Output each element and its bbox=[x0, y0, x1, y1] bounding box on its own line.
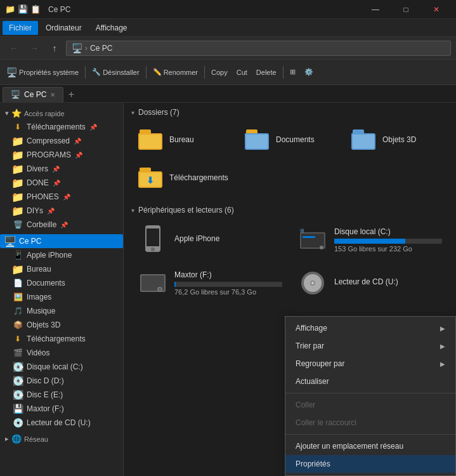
cd-info: Lecteur de CD (U:) bbox=[334, 277, 442, 289]
cd-icon: 💿 bbox=[13, 418, 23, 428]
up-button[interactable]: ↑ bbox=[46, 39, 63, 57]
tab-ce-pc[interactable]: 🖥️ Ce PC ✕ bbox=[3, 87, 63, 102]
toolbar-delete-btn[interactable]: Delete bbox=[252, 62, 280, 83]
sidebar-item-programs[interactable]: 📁 PROGRAMS 📌 bbox=[0, 148, 123, 162]
peripheriques-label: Périphériques et lecteurs (6) bbox=[138, 206, 234, 215]
sidebar-item-telechargements[interactable]: ⬇ Téléchargements 📌 bbox=[0, 120, 123, 134]
toolbar-viewmore-btn[interactable]: ⚙️ bbox=[301, 62, 317, 83]
reseau-header[interactable]: ▸ 🌐 Réseau bbox=[0, 432, 123, 446]
folder-icon-3: 📁 bbox=[13, 164, 23, 174]
dossiers-chevron-icon: ▾ bbox=[131, 109, 134, 116]
toolbar-rename-btn[interactable]: ✏️ Renommer bbox=[149, 62, 202, 83]
folder-telechargements-icon-grid: ⬇ bbox=[138, 165, 163, 190]
sidebar-item-telechargements2[interactable]: ⬇ Téléchargements bbox=[0, 332, 123, 346]
device-iphone[interactable]: Apple iPhone bbox=[131, 220, 289, 260]
sidebar-item-disc-e[interactable]: 💽 Disc E (E:) bbox=[0, 388, 123, 402]
window-controls[interactable]: — □ ✕ bbox=[361, 0, 451, 19]
drive-d-icon: 💽 bbox=[13, 376, 23, 386]
folder-documents-icon-grid bbox=[244, 127, 270, 152]
sidebar-item-musique[interactable]: 🎵 Musique bbox=[0, 304, 123, 318]
svg-point-5 bbox=[320, 246, 323, 249]
maxtor-bar-container bbox=[174, 282, 282, 287]
toolbar: 🖥️ Propriétés système 🔧 Désinstaller ✏️ … bbox=[0, 60, 456, 85]
ctx-trier-par[interactable]: Trier par ▶ bbox=[285, 337, 455, 355]
sidebar-item-done[interactable]: 📁 DONE 📌 bbox=[0, 176, 123, 190]
sidebar-item-ce-pc[interactable]: 🖥️ Ce PC bbox=[0, 234, 123, 248]
sidebar-item-divers[interactable]: 📁 Divers 📌 bbox=[0, 162, 123, 176]
tab-label: Ce PC bbox=[24, 90, 46, 99]
sidebar-item-diys[interactable]: 📁 DIYs 📌 bbox=[0, 204, 123, 218]
disque-local-space: 153 Go libres sur 232 Go bbox=[334, 245, 442, 253]
breadcrumb-separator: › bbox=[85, 44, 88, 53]
forward-button[interactable]: → bbox=[25, 39, 43, 57]
ctx-proprietes[interactable]: Propriétés bbox=[285, 455, 455, 473]
sidebar-item-maxtor[interactable]: 💾 Maxtor (F:) bbox=[0, 402, 123, 416]
sidebar-item-documents[interactable]: 📄 Documents bbox=[0, 276, 123, 290]
device-maxtor[interactable]: Maxtor (F:) 76,2 Go libres sur 76,3 Go bbox=[131, 263, 289, 303]
menu-fichier[interactable]: Fichier bbox=[3, 21, 38, 35]
folder-telechargements-item[interactable]: ⬇ Téléchargements bbox=[131, 160, 235, 195]
disque-local-bar bbox=[334, 239, 405, 244]
ctx-sep-1 bbox=[285, 393, 455, 393]
sidebar-item-phones[interactable]: 📁 PHONES 📌 bbox=[0, 190, 123, 204]
drive-c-icon: 💽 bbox=[13, 362, 23, 372]
folder-objets3d-item[interactable]: Objets 3D bbox=[344, 122, 448, 157]
tab-close-btn[interactable]: ✕ bbox=[50, 91, 55, 98]
ctx-actualiser[interactable]: Actualiser bbox=[285, 373, 455, 390]
menu-ordinateur[interactable]: Ordinateur bbox=[39, 21, 88, 35]
back-button[interactable]: ← bbox=[5, 39, 23, 57]
tabs-bar: 🖥️ Ce PC ✕ + bbox=[0, 85, 456, 103]
rename-icon: ✏️ bbox=[153, 68, 162, 76]
ctx-trier-arrow: ▶ bbox=[440, 343, 445, 350]
device-cd[interactable]: Lecteur de CD (U:) bbox=[291, 263, 448, 303]
sidebar-item-compressed[interactable]: 📁 Compressed 📌 bbox=[0, 134, 123, 148]
toolbar-cut-btn[interactable]: Cut bbox=[233, 62, 251, 83]
dossiers-header[interactable]: ▾ Dossiers (7) bbox=[124, 103, 456, 119]
sidebar-section-quickaccess: ▾ ⭐ Accès rapide ⬇ Téléchargements 📌 📁 C… bbox=[0, 105, 123, 233]
maximize-button[interactable]: □ bbox=[391, 0, 420, 19]
menu-bar: Fichier Ordinateur Affichage bbox=[0, 19, 456, 37]
separator-1 bbox=[85, 66, 86, 79]
sidebar-label-telechargements: Téléchargements bbox=[27, 122, 86, 131]
minimize-button[interactable]: — bbox=[361, 0, 390, 19]
peripheriques-chevron-icon: ▾ bbox=[131, 207, 134, 214]
toolbar-properties-btn[interactable]: 🖥️ Propriétés système bbox=[3, 62, 82, 83]
toolbar-view-btn[interactable]: ⊞ bbox=[286, 62, 299, 83]
sidebar-item-objets3d[interactable]: 📦 Objets 3D bbox=[0, 318, 123, 332]
images-icon: 🖼️ bbox=[13, 292, 23, 302]
app-icon-2: 💾 bbox=[18, 4, 28, 14]
ctx-coller: Coller bbox=[285, 396, 455, 414]
sidebar-label-bureau: Bureau bbox=[27, 265, 51, 274]
folder-bureau-item[interactable]: Bureau bbox=[131, 122, 235, 157]
device-disque-local[interactable]: ⊞ Disque local (C:) 153 Go libres sur 23… bbox=[291, 220, 448, 260]
tab-add-button[interactable]: + bbox=[63, 87, 79, 102]
breadcrumb[interactable]: 🖥️ › Ce PC bbox=[66, 41, 451, 56]
sidebar-item-disque-local[interactable]: 💽 Disque local (C:) bbox=[0, 360, 123, 374]
ctx-sep-2 bbox=[285, 434, 455, 435]
folder-download-icon: ⬇ bbox=[13, 122, 23, 132]
toolbar-copy-btn[interactable]: Copy bbox=[207, 62, 231, 83]
sidebar-item-bureau[interactable]: 📁 Bureau bbox=[0, 262, 123, 276]
ctx-regrouper-par[interactable]: Regrouper par ▶ bbox=[285, 355, 455, 373]
iphone-device-icon bbox=[138, 225, 168, 255]
close-button[interactable]: ✕ bbox=[422, 0, 451, 19]
folder-documents-item[interactable]: Documents bbox=[238, 122, 342, 157]
peripheriques-header[interactable]: ▾ Périphériques et lecteurs (6) bbox=[124, 201, 456, 217]
menu-affichage[interactable]: Affichage bbox=[89, 21, 134, 35]
sidebar-item-apple-iphone[interactable]: 📱 Apple iPhone bbox=[0, 248, 123, 262]
sidebar-item-disc-d[interactable]: 💽 Disc D (D:) bbox=[0, 374, 123, 388]
ctx-ajouter-emplacement[interactable]: Ajouter un emplacement réseau bbox=[285, 437, 455, 455]
sidebar-item-images[interactable]: 🖼️ Images bbox=[0, 290, 123, 304]
toolbar-uninstall-btn[interactable]: 🔧 Désinstaller bbox=[88, 62, 143, 83]
ctx-affichage[interactable]: Affichage ▶ bbox=[285, 319, 455, 337]
quick-access-header[interactable]: ▾ ⭐ Accès rapide bbox=[0, 107, 123, 120]
folder-bureau-icon-grid bbox=[138, 127, 163, 152]
folder-bureau-icon: 📁 bbox=[13, 264, 23, 274]
sidebar-item-videos[interactable]: 🎬 Vidéos bbox=[0, 346, 123, 360]
folder-telechargements-label: Téléchargements bbox=[169, 173, 228, 182]
sidebar-item-lecteur-cd[interactable]: 💿 Lecteur de CD (U:) bbox=[0, 416, 123, 430]
svg-point-15 bbox=[311, 282, 314, 284]
sidebar-item-corbeille[interactable]: 🗑️ Corbeille 📌 bbox=[0, 218, 123, 232]
objets3d-icon: 📦 bbox=[13, 320, 23, 330]
folder-icon-2: 📁 bbox=[13, 150, 23, 160]
